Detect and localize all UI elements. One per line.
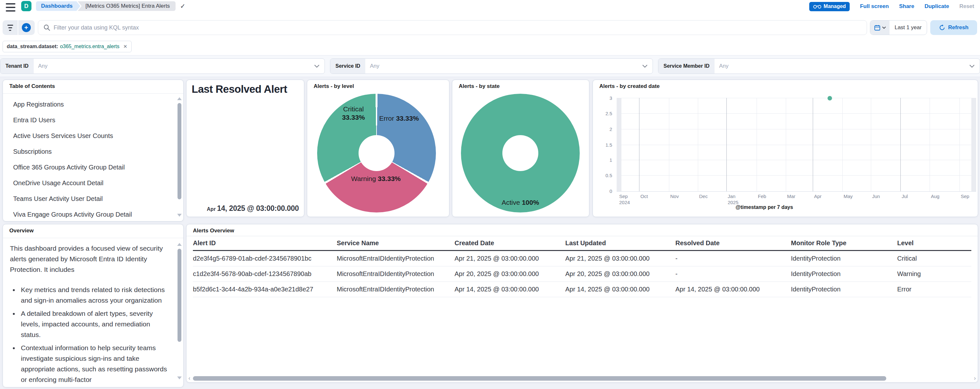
panel-overview: Overview This dashboard provides a focus… bbox=[3, 224, 184, 387]
x-tick: May bbox=[843, 193, 853, 199]
cell-monitor-role-type: IdentityProtection bbox=[791, 270, 897, 278]
managed-badge[interactable]: Managed bbox=[809, 2, 850, 11]
control-tenant-id[interactable]: Tenant ID Any bbox=[0, 59, 325, 74]
cell-resolved-date: - bbox=[675, 270, 791, 278]
controls-row: Tenant ID Any Service ID Any Service Mem… bbox=[0, 55, 980, 77]
filter-value: o365_metrics.entra_alerts bbox=[60, 44, 119, 49]
add-filter-button[interactable]: + bbox=[18, 20, 34, 35]
overview-bullet: Contextual information to help security … bbox=[19, 343, 170, 385]
chevron-down-icon bbox=[642, 59, 652, 73]
y-tick: 2 bbox=[597, 127, 612, 132]
pie-label-error: Error 33.33% bbox=[379, 114, 419, 122]
toc-item-subscriptions[interactable]: Subscriptions bbox=[3, 144, 176, 159]
col-resolved-date: Resolved Date bbox=[675, 240, 791, 247]
toc-item-app-registrations[interactable]: App Registrations bbox=[3, 97, 176, 112]
panel-alerts-by-level: Alerts - by level Critical 33.33% Error … bbox=[307, 79, 449, 217]
search-icon bbox=[43, 24, 50, 31]
control-service-id[interactable]: Service ID Any bbox=[330, 59, 653, 74]
filter-remove-icon[interactable]: ✕ bbox=[123, 44, 127, 49]
overview-scrollbar[interactable] bbox=[177, 248, 182, 374]
filter-pill-dataset[interactable]: data_stream.dataset: o365_metrics.entra_… bbox=[3, 41, 132, 52]
toc-item-office365-groups[interactable]: Office 365 Groups Activity Group Detail bbox=[3, 159, 176, 175]
duplicate-button[interactable]: Duplicate bbox=[924, 3, 949, 10]
cell-level: Error bbox=[897, 286, 971, 293]
cell-monitor-role-type: IdentityProtection bbox=[791, 255, 897, 262]
control-label: Service Member ID bbox=[659, 59, 714, 73]
toc-item-teams-user-activity[interactable]: Teams User Activity User Detail bbox=[3, 191, 176, 207]
col-monitor-role-type: Monitor Role Type bbox=[791, 240, 897, 247]
panel-title: Alerts - by created date bbox=[599, 83, 660, 89]
control-value: Any bbox=[34, 59, 314, 73]
calendar-segment[interactable] bbox=[870, 21, 889, 35]
x-tick: Jul bbox=[902, 193, 908, 199]
panel-title: Alerts Overview bbox=[193, 227, 234, 234]
share-button[interactable]: Share bbox=[899, 3, 914, 10]
filter-row: data_stream.dataset: o365_metrics.entra_… bbox=[0, 38, 980, 55]
scrollbar-thumb[interactable] bbox=[178, 103, 181, 199]
toc-item-entra-id-users[interactable]: Entra ID Users bbox=[3, 112, 176, 128]
panel-alerts-by-state: Alerts - by state Active 100% bbox=[452, 79, 589, 217]
cell-created-date: Apr 21, 2025 @ 03:00:00.000 bbox=[455, 255, 565, 262]
scrollbar-thumb[interactable] bbox=[178, 249, 181, 342]
saved-query-menu-button[interactable] bbox=[3, 20, 18, 35]
cell-service-name: MicrosoftEntraIDIdentityProtection bbox=[337, 270, 455, 278]
reset-button[interactable]: Reset bbox=[959, 3, 974, 10]
cell-monitor-role-type: IdentityProtection bbox=[791, 286, 897, 293]
managed-badge-label: Managed bbox=[824, 3, 846, 9]
filter-button-group: + bbox=[3, 20, 35, 35]
cell-resolved-date: - bbox=[675, 255, 791, 262]
cell-alert-id: b5f2d6c1-3c44-4a2b-934a-a0e3e21d8e27 bbox=[193, 286, 337, 293]
glasses-icon bbox=[813, 4, 821, 9]
x-tick: Jun bbox=[872, 193, 880, 199]
time-range-value[interactable]: Last 1 year bbox=[889, 21, 927, 35]
metric-value: Apr 14, 2025 @ 03:00:00.000 bbox=[207, 204, 299, 213]
toc-scrollbar[interactable] bbox=[177, 102, 182, 211]
kql-search-input[interactable] bbox=[54, 24, 867, 31]
overview-bullet: Key metrics and trends related to risk d… bbox=[19, 284, 170, 306]
metric-title: Last Resolved Alert bbox=[192, 83, 287, 95]
date-picker[interactable]: Last 1 year bbox=[870, 20, 927, 35]
panel-title: Overview bbox=[9, 227, 34, 234]
by-level-donut-chart[interactable] bbox=[317, 94, 436, 213]
col-last-updated: Last Updated bbox=[565, 240, 675, 247]
overview-text: This dashboard provides a focused view o… bbox=[10, 243, 170, 387]
toc-item-onedrive-usage[interactable]: OneDrive Usage Account Detail bbox=[3, 175, 176, 191]
breadcrumb-current-dashboard[interactable]: [Metrics O365 Metrics] Entra Alerts bbox=[78, 1, 176, 11]
y-tick: 1 bbox=[597, 157, 612, 163]
cell-last-updated: Apr 14, 2025 @ 03:00:00.000 bbox=[565, 286, 675, 293]
y-tick: 0 bbox=[597, 188, 612, 194]
x-tick: Jan2025 bbox=[728, 193, 738, 205]
refresh-button[interactable]: Refresh bbox=[930, 20, 977, 35]
panel-title: Table of Contents bbox=[9, 83, 55, 89]
pie-label-critical: Critical 33.33% bbox=[342, 105, 365, 122]
control-service-member-id[interactable]: Service Member ID Any bbox=[658, 59, 980, 74]
toc-list: App Registrations Entra ID Users Active … bbox=[3, 97, 176, 222]
cell-level: Warning bbox=[897, 270, 971, 278]
toc-item-active-users[interactable]: Active Users Services User Counts bbox=[3, 128, 176, 144]
control-value: Any bbox=[714, 59, 969, 73]
header-actions: Managed Full screen Share Duplicate Rese… bbox=[809, 1, 974, 11]
metric-value-date: 14, 2025 @ 03:00:00.000 bbox=[217, 204, 299, 213]
scroll-right-icon[interactable]: › bbox=[974, 375, 976, 382]
toc-item-viva-engage[interactable]: Viva Engage Groups Activity Group Detail bbox=[3, 207, 176, 222]
cell-resolved-date: Apr 14, 2025 @ 03:00:00.000 bbox=[675, 286, 791, 293]
x-tick: Nov bbox=[670, 193, 679, 199]
table-horizontal-scrollbar[interactable]: ‹ › bbox=[188, 376, 976, 381]
by-state-donut-chart[interactable] bbox=[461, 94, 580, 213]
space-avatar[interactable]: D bbox=[21, 1, 32, 11]
panel-title: Alerts - by level bbox=[313, 83, 354, 89]
scrollbar-thumb[interactable] bbox=[193, 376, 886, 381]
cell-created-date: Apr 14, 2025 @ 03:00:00.000 bbox=[455, 286, 565, 293]
breadcrumb-dashboards[interactable]: Dashboards bbox=[36, 1, 80, 11]
x-tick: Mar bbox=[787, 193, 795, 199]
panel-title: Alerts - by state bbox=[459, 83, 500, 89]
full-screen-button[interactable]: Full screen bbox=[860, 3, 889, 10]
dashboard-grid: Table of Contents App Registrations Entr… bbox=[0, 77, 980, 389]
table-row: c1d2e3f4-5678-90ab-cdef-1234567890ab Mic… bbox=[193, 267, 971, 282]
x-tick: Aug bbox=[931, 193, 940, 199]
refresh-label: Refresh bbox=[948, 24, 969, 31]
menu-icon[interactable] bbox=[6, 3, 17, 11]
panel-alerts-by-created-date: Alerts - by created date 3 2.5 2 1.5 1 0… bbox=[593, 79, 978, 217]
x-tick: Oct bbox=[640, 193, 648, 199]
scroll-left-icon[interactable]: ‹ bbox=[188, 375, 190, 382]
